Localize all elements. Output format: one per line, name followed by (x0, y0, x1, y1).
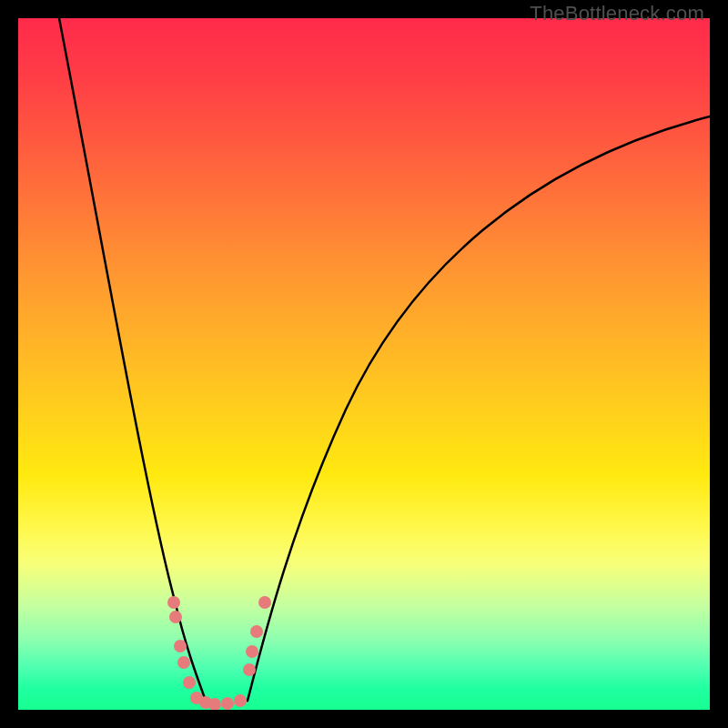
data-point (221, 697, 234, 710)
data-point (167, 596, 180, 609)
curve-left (59, 18, 206, 701)
data-point (258, 596, 271, 609)
curve-right (248, 116, 710, 701)
data-point (234, 694, 247, 707)
chart-svg (18, 18, 710, 710)
data-points-group (167, 596, 271, 710)
data-point (177, 656, 190, 669)
data-point (243, 663, 256, 676)
data-point (246, 645, 258, 658)
data-point (250, 625, 263, 638)
data-point (169, 611, 182, 623)
data-point (174, 640, 187, 652)
data-point (183, 676, 196, 689)
